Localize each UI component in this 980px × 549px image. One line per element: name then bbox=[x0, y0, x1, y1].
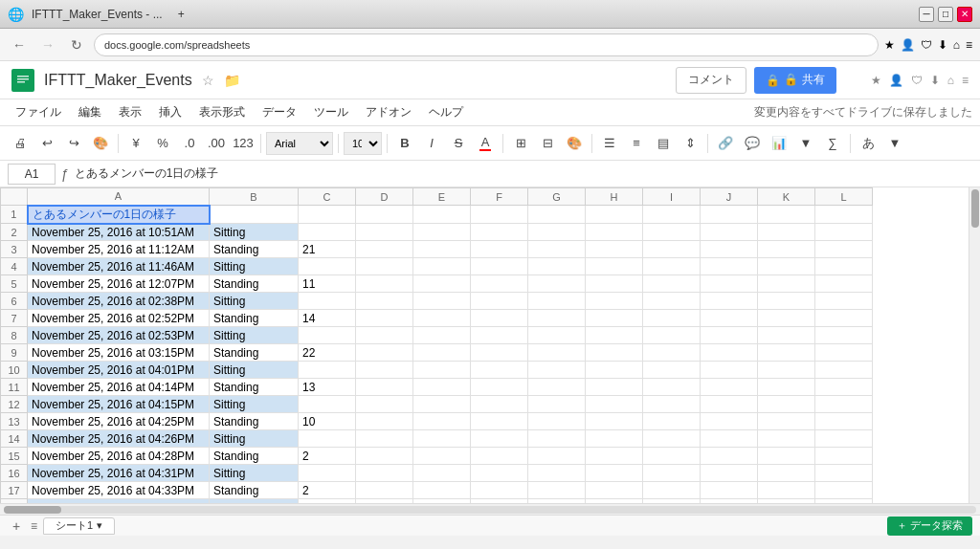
sheet-menu-btn[interactable]: ≡ bbox=[31, 519, 37, 533]
italic-btn[interactable]: I bbox=[419, 131, 444, 156]
menu-edit[interactable]: 編集 bbox=[71, 100, 109, 124]
table-cell[interactable] bbox=[815, 430, 873, 448]
table-cell[interactable] bbox=[758, 448, 815, 465]
table-cell[interactable] bbox=[413, 413, 471, 430]
table-cell[interactable] bbox=[701, 344, 758, 362]
table-cell[interactable] bbox=[471, 275, 528, 293]
table-cell[interactable]: November 25, 2016 at 04:33PM bbox=[28, 482, 210, 499]
table-cell[interactable] bbox=[471, 396, 528, 413]
menu-addons[interactable]: アドオン bbox=[358, 100, 419, 124]
table-cell[interactable] bbox=[815, 344, 873, 362]
table-cell[interactable] bbox=[413, 206, 471, 224]
menu-icon[interactable]: ≡ bbox=[966, 38, 972, 52]
table-cell[interactable] bbox=[586, 327, 643, 344]
table-cell[interactable] bbox=[528, 241, 586, 258]
table-cell[interactable] bbox=[643, 344, 701, 362]
table-cell[interactable] bbox=[815, 396, 873, 413]
table-cell[interactable] bbox=[471, 430, 528, 448]
comment-button[interactable]: コメント bbox=[676, 67, 746, 94]
table-cell[interactable] bbox=[528, 310, 586, 327]
table-cell[interactable]: Sitting bbox=[210, 499, 299, 504]
table-cell[interactable] bbox=[815, 499, 873, 504]
table-cell[interactable] bbox=[471, 448, 528, 465]
row-number[interactable]: 10 bbox=[1, 362, 28, 379]
col-header-k[interactable]: K bbox=[758, 188, 815, 206]
table-cell[interactable] bbox=[758, 362, 815, 379]
table-cell[interactable] bbox=[586, 465, 643, 482]
table-cell[interactable] bbox=[413, 430, 471, 448]
table-cell[interactable] bbox=[471, 241, 528, 258]
table-cell[interactable] bbox=[815, 362, 873, 379]
table-cell[interactable] bbox=[471, 379, 528, 396]
minimize-btn[interactable]: ─ bbox=[919, 7, 934, 22]
table-cell[interactable] bbox=[586, 499, 643, 504]
table-cell[interactable] bbox=[528, 224, 586, 241]
table-cell[interactable] bbox=[356, 293, 413, 310]
table-cell[interactable] bbox=[701, 499, 758, 504]
table-cell[interactable] bbox=[701, 310, 758, 327]
input-tools-btn[interactable]: あ bbox=[856, 131, 880, 156]
bold-btn[interactable]: B bbox=[392, 131, 417, 156]
table-cell[interactable] bbox=[586, 482, 643, 499]
table-cell[interactable]: Standing bbox=[210, 310, 299, 327]
table-cell[interactable]: November 25, 2016 at 04:31PM bbox=[28, 465, 210, 482]
table-cell[interactable] bbox=[413, 258, 471, 275]
close-btn[interactable]: ✕ bbox=[957, 7, 972, 22]
browser-download-icon[interactable]: ⬇ bbox=[930, 74, 940, 87]
table-cell[interactable] bbox=[701, 206, 758, 224]
table-cell[interactable] bbox=[643, 379, 701, 396]
table-cell[interactable]: November 25, 2016 at 04:25PM bbox=[28, 413, 210, 430]
row-number[interactable]: 8 bbox=[1, 327, 28, 344]
table-cell[interactable] bbox=[815, 206, 873, 224]
table-cell[interactable]: November 25, 2016 at 11:46AM bbox=[28, 258, 210, 275]
table-cell[interactable] bbox=[701, 413, 758, 430]
table-cell[interactable] bbox=[356, 275, 413, 293]
table-cell[interactable] bbox=[701, 293, 758, 310]
table-cell[interactable] bbox=[758, 413, 815, 430]
table-cell[interactable] bbox=[815, 482, 873, 499]
table-cell[interactable]: 2 bbox=[299, 482, 356, 499]
refresh-btn[interactable]: ↻ bbox=[65, 33, 88, 56]
table-cell[interactable] bbox=[643, 413, 701, 430]
table-cell[interactable] bbox=[471, 206, 528, 224]
table-cell[interactable] bbox=[758, 327, 815, 344]
table-cell[interactable] bbox=[356, 327, 413, 344]
table-cell[interactable] bbox=[643, 482, 701, 499]
table-cell[interactable] bbox=[643, 465, 701, 482]
table-cell[interactable]: Standing bbox=[210, 482, 299, 499]
menu-data[interactable]: データ bbox=[255, 100, 304, 124]
table-cell[interactable]: Sitting bbox=[210, 224, 299, 241]
table-cell[interactable] bbox=[586, 396, 643, 413]
table-cell[interactable] bbox=[299, 258, 356, 275]
table-cell[interactable] bbox=[586, 448, 643, 465]
sheet-tab-1[interactable]: シート1 ▾ bbox=[43, 517, 115, 535]
table-cell[interactable] bbox=[356, 344, 413, 362]
table-cell[interactable] bbox=[413, 241, 471, 258]
table-cell[interactable] bbox=[643, 362, 701, 379]
table-cell[interactable]: November 25, 2016 at 04:26PM bbox=[28, 430, 210, 448]
table-cell[interactable]: Sitting bbox=[210, 396, 299, 413]
row-number[interactable]: 11 bbox=[1, 379, 28, 396]
table-cell[interactable]: November 25, 2016 at 02:52PM bbox=[28, 310, 210, 327]
table-cell[interactable] bbox=[471, 413, 528, 430]
table-cell[interactable]: November 25, 2016 at 04:15PM bbox=[28, 396, 210, 413]
vertical-align-btn[interactable]: ⇕ bbox=[678, 131, 702, 156]
paint-format-btn[interactable]: 🎨 bbox=[88, 131, 113, 156]
table-cell[interactable] bbox=[643, 310, 701, 327]
home-icon[interactable]: ⌂ bbox=[953, 38, 960, 52]
row-number[interactable]: 18 bbox=[1, 499, 28, 504]
decimal-increase-btn[interactable]: .00 bbox=[204, 131, 229, 156]
table-cell[interactable]: Standing bbox=[210, 379, 299, 396]
table-cell[interactable]: 22 bbox=[299, 344, 356, 362]
table-cell[interactable] bbox=[528, 327, 586, 344]
row-number[interactable]: 1 bbox=[1, 206, 28, 224]
user-icon[interactable]: 👤 bbox=[901, 38, 915, 52]
table-cell[interactable]: 13 bbox=[299, 379, 356, 396]
table-cell[interactable] bbox=[701, 327, 758, 344]
table-cell[interactable] bbox=[586, 344, 643, 362]
browser-home-icon[interactable]: ⌂ bbox=[947, 74, 954, 87]
table-cell[interactable] bbox=[299, 499, 356, 504]
col-header-j[interactable]: J bbox=[701, 188, 758, 206]
table-cell[interactable] bbox=[413, 275, 471, 293]
row-number[interactable]: 6 bbox=[1, 293, 28, 310]
